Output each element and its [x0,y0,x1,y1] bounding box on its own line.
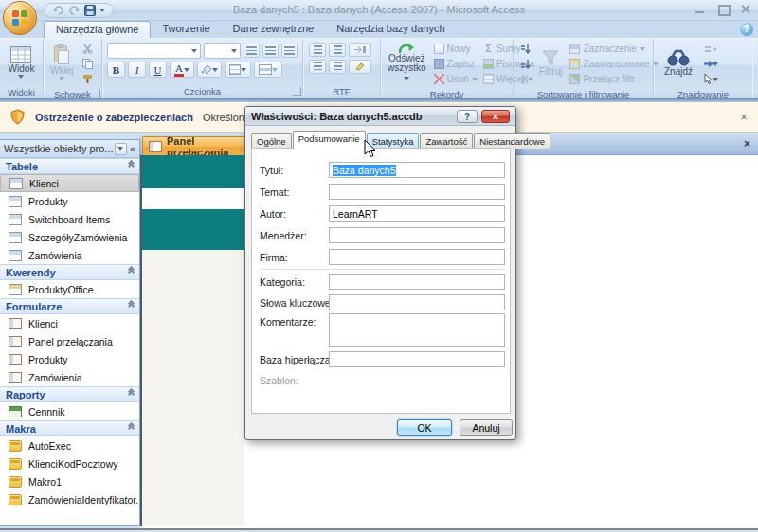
tab-tworzenie[interactable]: Tworzenie [151,21,221,38]
underline-button[interactable]: U [149,62,167,78]
nav-item-table-produkty[interactable]: Produkty [0,192,139,210]
template-field-label: Szablon: [260,375,298,386]
keywords-field-input[interactable] [329,294,505,310]
close-button[interactable] [739,5,752,14]
find-button[interactable]: Znajdź [657,41,700,84]
selection-filter-button[interactable]: Zaznaczenie [568,42,659,56]
replace-button[interactable] [702,42,719,56]
nav-item-form-produkty[interactable]: Produkty [0,350,139,368]
copy-button[interactable] [79,57,96,71]
group-header-kwerendy[interactable]: Kwerendy [0,264,139,280]
delete-record-button[interactable]: Usuń [432,72,479,86]
dropdown-arrow [640,47,645,51]
bold-button[interactable]: B [107,62,125,78]
align-right-button[interactable] [281,44,298,58]
format-painter-button[interactable] [79,72,96,86]
subject-field-input[interactable] [329,184,505,200]
tab-narzedzia-bazy-danych[interactable]: Narzędzia bazy danych [325,21,456,38]
comments-field-input[interactable] [329,313,505,347]
align-center-button[interactable] [262,44,279,58]
ok-button[interactable]: OK [397,419,452,436]
dialog-tab-podsumowanie[interactable]: Podsumowanie [293,131,366,149]
sort-descending-button[interactable] [516,57,533,71]
paste-button[interactable]: Wklej [46,41,77,84]
sort-ascending-button[interactable] [516,42,533,56]
bullet-list-button[interactable] [329,60,346,74]
document-tab-panel-przelaczania[interactable]: Panel przełączania [142,136,248,155]
table-icon [9,196,22,207]
fill-color-button[interactable] [197,62,222,78]
decrease-indent-button[interactable] [309,43,326,57]
minimize-button[interactable] [694,5,707,14]
group-header-tabele[interactable]: Tabele [0,158,139,174]
title-field-input[interactable]: Baza danych5 [329,162,505,178]
nav-item-macro-zamowieniaidentyfikator[interactable]: ZamówieniaIdentyfikator... [0,490,139,508]
nav-item-query-produktyoffice[interactable]: ProduktyOffice [0,280,139,298]
italic-button[interactable]: I [128,62,146,78]
switchboard-header-band [142,155,244,188]
alternate-fill-button[interactable] [254,62,282,78]
tab-dane-zewnetrzne[interactable]: Dane zewnętrzne [222,21,326,38]
shutter-collapse-icon[interactable]: « [130,143,135,154]
cut-button[interactable] [79,42,96,56]
toggle-filter-button[interactable]: Przełącz filtr [568,72,659,86]
dropdown-arrow [59,77,64,80]
dropdown-arrow [472,78,478,81]
message-bar-close-icon[interactable]: × [737,111,750,124]
nav-item-form-panel-przelaczania[interactable]: Panel przełączania [0,332,139,350]
dialog-launcher-icon[interactable] [293,87,301,96]
filter-button[interactable]: Filtruj [535,41,566,84]
goto-button[interactable] [702,57,719,71]
nav-item-table-klienci[interactable]: Klienci [0,174,139,192]
dialog-close-button[interactable]: × [481,110,510,123]
highlight-button[interactable] [349,60,371,74]
category-field-input[interactable] [329,274,505,290]
dialog-tab-zawartosc[interactable]: Zawartość [420,133,473,149]
help-icon[interactable]: ? [740,23,753,36]
restore-button[interactable] [716,5,730,14]
nav-item-form-zamowienia[interactable]: Zamówienia [0,368,139,386]
clear-sort-button[interactable] [516,72,533,86]
tab-narzedzia-glowne[interactable]: Narzędzia główne [44,21,151,38]
nav-item-report-cennnik[interactable]: Cennnik [0,402,139,420]
gridlines-button[interactable] [225,62,251,78]
group-rekordy: Odświeżwszystko Nowy Zapisz Usuń ΣSumy P… [381,39,514,98]
numbered-list-button[interactable] [309,60,326,74]
hyperlink-base-field-input[interactable] [329,351,505,367]
refresh-all-button[interactable]: Odświeżwszystko [384,41,430,84]
window-title: Baza danych5 : Baza danych (Access 2007)… [0,4,758,15]
group-header-formularze[interactable]: Formularze [0,298,139,314]
office-button[interactable] [3,1,37,35]
company-field-input[interactable] [329,249,505,265]
font-name-combo[interactable] [107,43,201,59]
nav-item-table-switchboard-items[interactable]: Switchboard Items [0,210,139,228]
dialog-help-button[interactable]: ? [457,110,478,123]
select-button[interactable] [702,72,719,86]
group-label-czcionka: Czcionka [102,85,302,98]
text-direction-button[interactable] [349,43,371,57]
save-record-button[interactable]: Zapisz [432,57,479,71]
dialog-tab-niestandardowe[interactable]: Niestandardowe [474,133,550,149]
new-record-button[interactable]: Nowy [432,42,479,56]
nav-item-macro-makro1[interactable]: Makro1 [0,472,139,490]
align-left-button[interactable] [244,44,260,58]
view-button[interactable]: Widok [5,41,39,84]
font-size-combo[interactable] [204,43,241,59]
nav-item-table-szczegolyzamowienia[interactable]: SzczegółyZamówienia [0,228,139,246]
advanced-filter-button[interactable]: Zaawansowane [568,57,659,71]
group-header-makra[interactable]: Makra [0,420,139,436]
nav-item-macro-kliencikodpocztowy[interactable]: KlienciKodPocztowy [0,454,139,472]
manager-field-input[interactable] [329,227,505,243]
nav-item-table-zamowienia[interactable]: Zamówienia [0,246,139,264]
author-field-input[interactable]: LearnART [329,205,505,222]
group-header-raporty[interactable]: Raporty [0,386,139,402]
cancel-button[interactable]: Anuluj [460,419,513,436]
nav-item-form-klienci[interactable]: Klienci [0,314,139,332]
increase-indent-button[interactable] [329,43,346,57]
font-color-button[interactable]: A [170,62,194,78]
navigation-pane-header[interactable]: Wszystkie obiekty pro... « [0,140,139,158]
nav-item-macro-autoexec[interactable]: AutoExec [0,436,139,454]
navigation-dropdown-button[interactable] [115,143,127,155]
document-close-icon[interactable]: × [744,137,750,151]
dialog-tab-ogolne[interactable]: Ogólne [251,133,292,149]
